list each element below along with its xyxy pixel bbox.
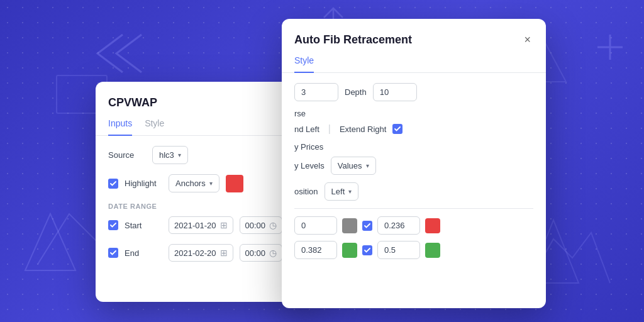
level-0-color2[interactable] bbox=[425, 218, 440, 233]
start-date-value: 2021-01-20 bbox=[174, 221, 216, 230]
end-check-icon bbox=[110, 250, 116, 255]
position-label: osition bbox=[294, 187, 318, 196]
pipe-separator: | bbox=[328, 123, 331, 135]
level-0-check-icon bbox=[364, 223, 370, 228]
level-1-color[interactable] bbox=[342, 243, 357, 258]
cpvwap-title: CPVWAP bbox=[108, 96, 157, 109]
start-row: Start 2021-01-20 ⊞ 00:00 ◷ bbox=[108, 216, 309, 234]
checkmark-icon bbox=[110, 181, 116, 186]
depth-input[interactable] bbox=[373, 83, 417, 101]
date-range-label: DATE RANGE bbox=[108, 203, 309, 210]
highlight-select[interactable]: Anchors ▾ bbox=[169, 174, 219, 192]
start-time-input[interactable]: 00:00 ◷ bbox=[240, 216, 283, 234]
highlight-row: Highlight Anchors ▾ bbox=[108, 174, 309, 192]
source-chevron-icon: ▾ bbox=[178, 152, 181, 158]
level-1-color2[interactable] bbox=[425, 243, 440, 258]
fib-title: Auto Fib Retracement bbox=[294, 33, 412, 47]
tab-inputs[interactable]: Inputs bbox=[108, 118, 132, 136]
reverse-label: rse bbox=[294, 109, 533, 118]
divider-1 bbox=[294, 208, 533, 209]
end-checkbox[interactable] bbox=[108, 248, 118, 258]
level-0-input[interactable] bbox=[294, 216, 337, 235]
highlight-chevron-icon: ▾ bbox=[209, 180, 213, 187]
highlight-checkbox[interactable] bbox=[108, 179, 118, 189]
extend-row: nd Left | Extend Right bbox=[294, 123, 533, 135]
length-input[interactable] bbox=[294, 83, 338, 101]
level-0-value2-input[interactable] bbox=[377, 216, 420, 235]
highlight-value: Anchors bbox=[175, 179, 206, 188]
extend-right-check-icon bbox=[394, 126, 401, 131]
prices-label: y Prices bbox=[294, 142, 533, 152]
source-select[interactable]: hlc3 ▾ bbox=[152, 146, 188, 164]
position-row: osition Left ▾ bbox=[294, 182, 533, 201]
highlight-label: Highlight bbox=[125, 179, 162, 188]
level-1-checkbox[interactable] bbox=[362, 245, 372, 255]
levels-select[interactable]: Values ▾ bbox=[331, 157, 376, 175]
start-clock-icon[interactable]: ◷ bbox=[269, 220, 277, 230]
end-time-input[interactable]: 00:00 ◷ bbox=[240, 244, 283, 262]
fib-body: Depth rse nd Left | Extend Right y Price… bbox=[282, 83, 546, 278]
fib-header: Auto Fib Retracement × bbox=[282, 19, 546, 48]
end-clock-icon[interactable]: ◷ bbox=[269, 248, 277, 258]
levels-chevron-icon: ▾ bbox=[366, 162, 369, 169]
position-chevron-icon: ▾ bbox=[348, 188, 352, 195]
tab-style[interactable]: Style bbox=[145, 118, 164, 136]
fib-dialog: Auto Fib Retracement × Style Depth rse n… bbox=[282, 19, 546, 308]
end-time-value: 00:00 bbox=[245, 248, 266, 258]
source-value: hlc3 bbox=[159, 150, 174, 160]
extend-left-label: nd Left bbox=[294, 125, 319, 134]
levels-label: y Levels bbox=[294, 161, 325, 170]
level-1-value2-input[interactable] bbox=[377, 241, 420, 259]
level-0-checkbox[interactable] bbox=[362, 221, 372, 231]
fib-close-button[interactable]: × bbox=[521, 31, 533, 48]
end-date-value: 2021-02-20 bbox=[174, 248, 216, 258]
level-row-1 bbox=[294, 241, 533, 259]
end-label: End bbox=[125, 248, 162, 258]
fib-tab-style[interactable]: Style bbox=[294, 48, 314, 73]
start-time-value: 00:00 bbox=[245, 221, 266, 230]
extend-right-checkbox[interactable] bbox=[392, 124, 402, 134]
start-label: Start bbox=[125, 221, 162, 230]
level-1-input[interactable] bbox=[294, 241, 337, 259]
level-0-color[interactable] bbox=[342, 218, 357, 233]
start-check-icon bbox=[110, 223, 116, 228]
level-row-0 bbox=[294, 216, 533, 235]
position-value: Left bbox=[331, 187, 345, 196]
start-checkbox[interactable] bbox=[108, 220, 118, 230]
levels-value: Values bbox=[338, 161, 362, 170]
length-depth-row: Depth bbox=[294, 83, 533, 101]
highlight-color-swatch[interactable] bbox=[226, 175, 243, 192]
end-row: End 2021-02-20 ⊞ 00:00 ◷ bbox=[108, 244, 309, 262]
start-calendar-icon[interactable]: ⊞ bbox=[220, 220, 228, 230]
extend-right-label: Extend Right bbox=[340, 125, 386, 134]
source-row: Source hlc3 ▾ bbox=[108, 146, 309, 164]
end-date-input[interactable]: 2021-02-20 ⊞ bbox=[169, 244, 233, 262]
start-date-input[interactable]: 2021-01-20 ⊞ bbox=[169, 216, 233, 234]
position-select[interactable]: Left ▾ bbox=[325, 182, 359, 201]
end-calendar-icon[interactable]: ⊞ bbox=[220, 248, 228, 258]
depth-label: Depth bbox=[345, 87, 367, 97]
source-label: Source bbox=[108, 150, 146, 160]
fib-tab-bar: Style bbox=[282, 48, 546, 73]
level-1-check-icon bbox=[364, 248, 370, 253]
levels-row: y Levels Values ▾ bbox=[294, 157, 533, 175]
